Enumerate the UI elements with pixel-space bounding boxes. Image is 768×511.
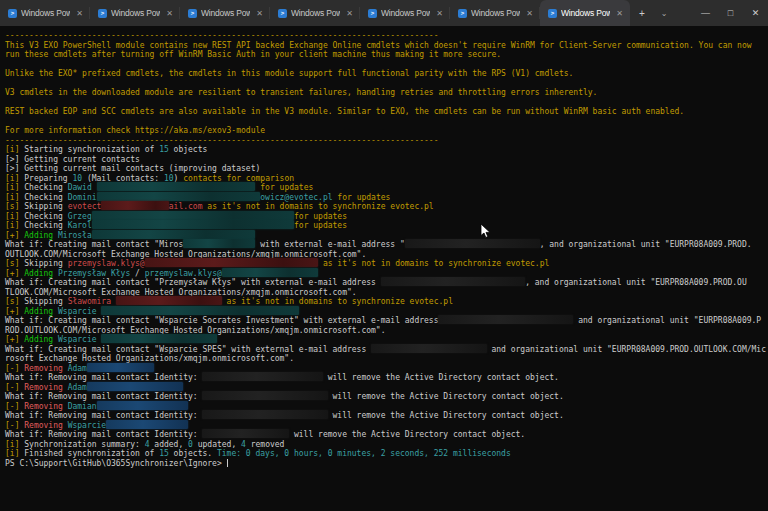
tab-close-icon[interactable]: ✕: [434, 8, 445, 19]
terminal-text: What if: Removing mail contact Identity:: [5, 392, 202, 401]
terminal-text: owicz@evotec.pl: [260, 193, 332, 202]
redacted-text: [92, 220, 294, 229]
redacted-text: [183, 239, 255, 248]
powershell-icon: >: [278, 9, 287, 18]
terminal-line: REST backed EOP and SCC cmdlets are also…: [5, 107, 763, 117]
terminal-window: >Windows PowerShe✕>Windows PowerShe✕>Win…: [0, 0, 768, 511]
terminal-line: [5, 98, 763, 108]
tab-close-icon[interactable]: ✕: [74, 8, 85, 19]
terminal-text: What if: Removing mail contact Identity:: [5, 373, 202, 382]
terminal-text: Removing: [24, 383, 63, 392]
tab-close-icon[interactable]: ✕: [614, 8, 625, 19]
terminal-text: [s]: [5, 259, 24, 268]
terminal-line: What if: Creating mail contact "Przemysł…: [5, 278, 763, 288]
powershell-icon: >: [188, 9, 197, 18]
close-button[interactable]: ✕: [743, 0, 768, 26]
terminal-text: Removing: [24, 402, 63, 411]
terminal-text: and organizational unit "EURPR08A009.P: [573, 316, 761, 325]
terminal-line: [i] Starting synchronization of 15 objec…: [5, 145, 763, 155]
terminal-text: Karol: [68, 221, 92, 230]
terminal-text: What if: Creating mail contact "Wsparcie…: [5, 316, 438, 325]
terminal-text: Wsparcie: [68, 421, 107, 430]
tab-windows-powershell[interactable]: >Windows PowerShe✕: [270, 0, 360, 26]
redacted-text: [101, 306, 298, 315]
terminal-text: objects: [169, 145, 208, 154]
tab-close-icon[interactable]: ✕: [344, 8, 355, 19]
minimize-button[interactable]: —: [693, 0, 718, 26]
terminal-text: Preparing: [24, 174, 72, 183]
terminal-text: run these cmdlets after turning off WinR…: [5, 50, 501, 59]
redacted-text: [202, 391, 327, 400]
terminal-text: Wsparcie: [58, 335, 101, 344]
terminal-text: [i]: [5, 449, 24, 458]
redacted-text: [202, 429, 289, 438]
tab-title: Windows PowerShe: [471, 8, 520, 18]
terminal-text: [i]: [5, 174, 24, 183]
terminal-text: for updates: [294, 212, 347, 221]
terminal-text: Adding: [24, 269, 53, 278]
tab-close-icon[interactable]: ✕: [524, 8, 535, 19]
terminal-text: updated,: [193, 440, 241, 449]
terminal-line: [5, 79, 763, 89]
redacted-text: [106, 420, 188, 429]
terminal-text: Checking: [24, 193, 67, 202]
terminal-text: Checking: [24, 212, 67, 221]
redacted-text: [145, 258, 318, 267]
new-tab-button[interactable]: +: [630, 0, 654, 26]
terminal-text: [-]: [5, 402, 24, 411]
terminal-text: This V3 EXO PowerShell module contains n…: [5, 41, 752, 50]
terminal-line: [-] Removing Wsparcie: [5, 421, 763, 431]
terminal-text: 10: [72, 174, 82, 183]
window-controls: — □ ✕: [693, 0, 768, 26]
tab-windows-powershell[interactable]: >Windows PowerShe✕: [90, 0, 180, 26]
terminal-line: ----------------------------------------…: [5, 136, 763, 146]
terminal-text: as it's not in domains to synchronize ev…: [227, 297, 453, 306]
tab-windows-powershell[interactable]: >Windows PowerShe✕: [360, 0, 450, 26]
terminal-line: [+] Adding Mirosła: [5, 231, 763, 241]
terminal-text: [-]: [5, 421, 24, 430]
terminal-text: Checking: [24, 183, 67, 192]
terminal-text: [>] Getting current mail contacts (impro…: [5, 164, 260, 173]
terminal-line: [>] Getting current mail contacts (impro…: [5, 164, 763, 174]
terminal-text: Przemysław Kłys: [58, 269, 130, 278]
terminal-text: Removing: [24, 364, 63, 373]
terminal-text: for updates: [294, 221, 347, 230]
terminal-line: [-] Removing Adam: [5, 383, 763, 393]
maximize-button[interactable]: □: [718, 0, 743, 26]
tab-windows-powershell[interactable]: >Windows PowerShe✕: [450, 0, 540, 26]
tab-close-icon[interactable]: ✕: [254, 8, 265, 19]
terminal-text: and organizational unit "EURPR08A009.PRO…: [487, 345, 766, 354]
terminal-text: [+]: [5, 231, 24, 240]
redacted-text: [438, 315, 573, 324]
mouse-cursor: [480, 224, 492, 240]
redacted-text: [202, 410, 327, 419]
terminal-line: What if: Creating mail contact "Miros wi…: [5, 240, 763, 250]
tab-dropdown-button[interactable]: ⌄: [654, 0, 674, 26]
terminal-text: Adding: [24, 307, 53, 316]
terminal-text: as it's not in domains to synchronize ev…: [207, 202, 433, 211]
terminal-output[interactable]: ----------------------------------------…: [0, 26, 768, 511]
tab-close-icon[interactable]: ✕: [164, 8, 175, 19]
terminal-text: [i]: [5, 145, 24, 154]
terminal-text: objects.: [169, 449, 217, 458]
tab-windows-powershell[interactable]: >Windows PowerShe✕: [0, 0, 90, 26]
terminal-text: What if: Creating mail contact "Wsparcie…: [5, 345, 371, 354]
redacted-text: [202, 372, 322, 381]
tab-windows-powershell[interactable]: >Windows PowerShe✕: [540, 0, 630, 26]
terminal-text: for updates: [337, 193, 390, 202]
powershell-icon: >: [98, 9, 107, 18]
tab-windows-powershell[interactable]: >Windows PowerShe✕: [180, 0, 270, 26]
tab-title: Windows PowerShe: [291, 8, 340, 18]
tab-title: Windows PowerShe: [21, 8, 70, 18]
terminal-line: [>] Getting current contacts: [5, 155, 763, 165]
powershell-icon: >: [8, 9, 17, 18]
terminal-text: Skipping: [24, 202, 67, 211]
terminal-text: [i]: [5, 221, 24, 230]
redacted-text: [101, 201, 168, 210]
terminal-line: [5, 60, 763, 70]
terminal-text: Mirosła: [58, 231, 92, 240]
terminal-line: [i] Finished synchronization of 15 objec…: [5, 449, 763, 459]
terminal-text: added,: [150, 440, 189, 449]
terminal-line: What if: Creating mail contact "Wsparcie…: [5, 316, 763, 326]
terminal-text: [-]: [5, 364, 24, 373]
